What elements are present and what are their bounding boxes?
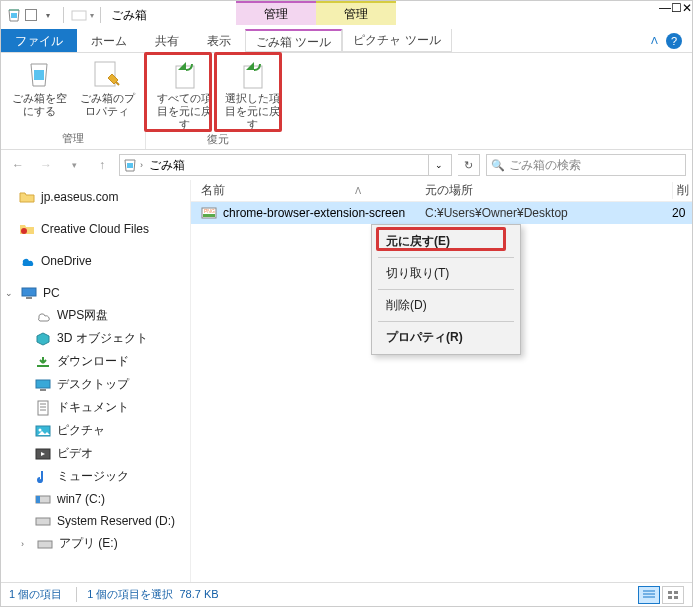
tree-item-downloads[interactable]: ダウンロード	[1, 350, 190, 373]
recycle-bin-properties-button[interactable]: ごみ箱のプロパティ	[75, 55, 139, 130]
search-icon: 🔍	[491, 159, 505, 172]
context-menu: 元に戻す(E) 切り取り(T) 削除(D) プロパティ(R)	[371, 224, 521, 355]
folder-icon	[19, 189, 35, 205]
videos-icon	[35, 446, 51, 462]
sort-asc-icon: ᐱ	[355, 186, 361, 196]
file-location: C:¥Users¥Owner¥Desktop	[421, 206, 672, 220]
svg-rect-26	[674, 591, 678, 594]
search-input[interactable]: 🔍 ごみ箱の検索	[486, 154, 686, 176]
col-location[interactable]: 元の場所	[421, 182, 672, 199]
tree-item-videos[interactable]: ビデオ	[1, 442, 190, 465]
status-size: 78.7 KB	[180, 588, 219, 600]
svg-rect-12	[40, 389, 46, 391]
col-name[interactable]: 名前	[201, 182, 225, 199]
qat-dropdown-icon[interactable]: ▾	[39, 6, 57, 24]
3d-objects-icon	[35, 331, 51, 347]
home-tab[interactable]: ホーム	[77, 29, 141, 52]
status-selected: 1 個の項目を選択	[87, 588, 173, 600]
restore-all-button[interactable]: すべての項目を元に戻す	[152, 55, 216, 131]
contextual-tab-manage-2: 管理	[316, 1, 396, 25]
svg-rect-9	[26, 297, 32, 299]
tree-item-pc[interactable]: ⌄PC	[1, 282, 190, 304]
svg-rect-6	[127, 163, 133, 168]
svg-point-17	[38, 479, 42, 483]
checkbox-icon[interactable]	[25, 9, 37, 21]
separator	[378, 257, 514, 258]
col-deleted[interactable]: 削	[672, 182, 692, 199]
ctx-properties[interactable]: プロパティ(R)	[374, 323, 518, 352]
empty-label: ごみ箱を空にする	[7, 92, 71, 118]
help-icon[interactable]: ?	[666, 33, 682, 49]
ctx-delete[interactable]: 削除(D)	[374, 291, 518, 320]
svg-rect-20	[36, 518, 50, 525]
ribbon-group-manage-label: 管理	[62, 130, 84, 149]
svg-rect-2	[34, 70, 44, 80]
restore-sel-label: 選択した項目を元に戻す	[220, 92, 284, 131]
collapse-icon[interactable]: ⌄	[5, 288, 15, 298]
restore-selected-button[interactable]: 選択した項目を元に戻す	[220, 55, 284, 131]
tree-item-desktop[interactable]: デスクトップ	[1, 373, 190, 396]
tree-item-ccf[interactable]: Creative Cloud Files	[1, 218, 190, 240]
separator	[378, 321, 514, 322]
status-bar: 1 個の項目 1 個の項目を選択 78.7 KB	[1, 582, 692, 606]
expand-icon[interactable]: ›	[21, 539, 31, 549]
svg-rect-10	[37, 365, 49, 367]
nav-recent-button[interactable]: ▾	[63, 154, 85, 176]
address-dropdown-icon[interactable]: ⌄	[428, 155, 449, 175]
details-view-button[interactable]	[638, 586, 660, 604]
ribbon-collapse-icon[interactable]: ᐱ	[651, 35, 658, 46]
view-tab[interactable]: 表示	[193, 29, 245, 52]
svg-rect-25	[668, 591, 672, 594]
pictures-icon	[35, 423, 51, 439]
svg-rect-23	[203, 214, 215, 217]
wps-cloud-icon	[35, 308, 51, 324]
svg-rect-19	[36, 496, 40, 503]
music-icon	[35, 469, 51, 485]
close-button[interactable]: ✕	[682, 1, 692, 29]
file-list-item[interactable]: PNGchrome-browser-extension-screen C:¥Us…	[191, 202, 692, 224]
pc-icon	[21, 285, 37, 301]
svg-rect-28	[674, 596, 678, 599]
tree-item-apps[interactable]: ›アプリ (E:)	[1, 532, 190, 555]
column-headers[interactable]: 名前ᐱ 元の場所 削	[191, 180, 692, 202]
nav-back-button[interactable]: ←	[7, 154, 29, 176]
desktop-icon	[35, 377, 51, 393]
tree-item-sysres[interactable]: System Reserved (D:)	[1, 510, 190, 532]
documents-icon	[35, 400, 51, 416]
minimize-button[interactable]: ―	[659, 1, 671, 29]
ribbon-group-restore-label: 復元	[207, 131, 229, 150]
window-title: ごみ箱	[105, 1, 147, 29]
tree-item-onedrive[interactable]: OneDrive	[1, 250, 190, 272]
tree-item-pictures[interactable]: ピクチャ	[1, 419, 190, 442]
file-tab[interactable]: ファイル	[1, 29, 77, 52]
large-icons-view-button[interactable]	[662, 586, 684, 604]
tree-item-documents[interactable]: ドキュメント	[1, 396, 190, 419]
separator	[378, 289, 514, 290]
empty-recycle-bin-button[interactable]: ごみ箱を空にする	[7, 55, 71, 130]
share-tab[interactable]: 共有	[141, 29, 193, 52]
props-label: ごみ箱のプロパティ	[75, 92, 139, 118]
nav-up-button[interactable]: ↑	[91, 154, 113, 176]
chevron-right-icon[interactable]: ›	[140, 160, 143, 170]
tree-item-music[interactable]: ミュージック	[1, 465, 190, 488]
tree-item-win7[interactable]: win7 (C:)	[1, 488, 190, 510]
svg-point-15	[39, 428, 42, 431]
ctx-restore[interactable]: 元に戻す(E)	[374, 227, 518, 256]
picture-tools-tab[interactable]: ピクチャ ツール	[342, 29, 451, 52]
ctx-cut[interactable]: 切り取り(T)	[374, 259, 518, 288]
maximize-button[interactable]: ☐	[671, 1, 682, 29]
tree-item-easeus[interactable]: jp.easeus.com	[1, 186, 190, 208]
refresh-button[interactable]: ↻	[458, 154, 480, 176]
svg-rect-8	[22, 288, 36, 296]
downloads-icon	[35, 354, 51, 370]
address-bar[interactable]: › ごみ箱 ⌄	[119, 154, 452, 176]
recycle-tools-tab[interactable]: ごみ箱 ツール	[245, 29, 342, 52]
tree-item-3dobjects[interactable]: 3D オブジェクト	[1, 327, 190, 350]
path-segment[interactable]: ごみ箱	[145, 157, 189, 174]
file-name: chrome-browser-extension-screen	[223, 206, 405, 220]
navigation-tree[interactable]: jp.easeus.com Creative Cloud Files OneDr…	[1, 180, 191, 582]
svg-rect-11	[36, 380, 50, 388]
restore-all-label: すべての項目を元に戻す	[152, 92, 216, 131]
tree-item-wps[interactable]: WPS网盘	[1, 304, 190, 327]
recycle-bin-icon	[5, 6, 23, 24]
